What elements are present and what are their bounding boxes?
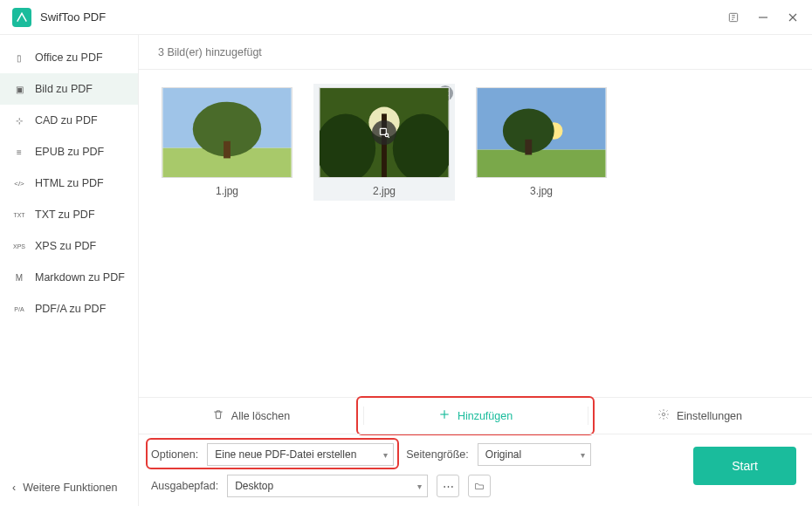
thumbnail-label: 2.jpg xyxy=(373,185,396,197)
sidebar-item-html[interactable]: </>HTML zu PDF xyxy=(0,168,138,199)
thumbnail-gallery: 1.jpg ✕ 2.jpg 3.jpg xyxy=(139,70,812,397)
sidebar-item-office[interactable]: ▯Office zu PDF xyxy=(0,42,138,73)
output-path-select[interactable]: Desktop xyxy=(227,475,428,497)
plus-icon xyxy=(438,408,451,423)
add-button[interactable]: Hinzufügen xyxy=(363,398,588,434)
thumbnail-item[interactable]: 1.jpg xyxy=(156,84,298,201)
page-size-label: Seitengröße: xyxy=(406,448,469,461)
xps-icon: XPS xyxy=(12,240,26,252)
delete-all-button[interactable]: Alle löschen xyxy=(139,398,363,434)
sidebar-item-label: Office zu PDF xyxy=(35,51,103,64)
app-title: SwifToo PDF xyxy=(40,10,106,24)
svg-rect-18 xyxy=(477,150,605,177)
titlebar: SwifToo PDF xyxy=(0,0,812,35)
sidebar-item-label: HTML zu PDF xyxy=(35,177,104,189)
sidebar-item-label: Bild zu PDF xyxy=(35,83,93,95)
thumbnail-image xyxy=(319,87,450,178)
sidebar-item-pdfa[interactable]: P/APDF/A zu PDF xyxy=(0,293,138,325)
more-path-button[interactable]: ⋯ xyxy=(437,475,459,497)
page-size-select[interactable]: Original xyxy=(478,443,591,466)
sidebar-item-label: XPS zu PDF xyxy=(35,240,96,252)
markdown-icon: M xyxy=(12,271,26,284)
thumbnail-item[interactable]: ✕ 2.jpg xyxy=(313,84,455,201)
thumbnail-image xyxy=(476,87,607,178)
output-path-label: Ausgabepfad: xyxy=(151,480,218,492)
sidebar-item-image[interactable]: ▣Bild zu PDF xyxy=(0,73,138,105)
sidebar-item-label: EPUB zu PDF xyxy=(35,146,104,158)
start-button[interactable]: Start xyxy=(693,447,796,485)
svg-point-23 xyxy=(662,413,665,416)
sidebar-item-xps[interactable]: XPSXPS zu PDF xyxy=(0,230,138,262)
options-label: Optionen: xyxy=(151,448,198,461)
image-icon: ▣ xyxy=(12,83,26,95)
epub-icon: ≡ xyxy=(12,146,26,158)
main-panel: 3 Bild(er) hinzugefügt 1.jpg ✕ 2.jpg xyxy=(138,35,812,506)
sidebar-item-label: Markdown zu PDF xyxy=(35,271,125,284)
bottom-panel: Optionen: Eine neue PDF-Datei erstellen … xyxy=(139,434,812,506)
sidebar-item-label: PDF/A zu PDF xyxy=(35,303,106,315)
settings-button[interactable]: Einstellungen xyxy=(588,398,812,434)
thumbnail-label: 3.jpg xyxy=(530,185,553,197)
doc-icon: ▯ xyxy=(12,51,26,64)
svg-rect-7 xyxy=(224,141,231,159)
sidebar: ▯Office zu PDF ▣Bild zu PDF ⊹CAD zu PDF … xyxy=(0,35,138,506)
minimize-button[interactable] xyxy=(756,10,770,24)
delete-all-label: Alle löschen xyxy=(231,410,290,422)
thumbnail-image xyxy=(162,87,292,178)
add-label: Hinzufügen xyxy=(458,410,513,422)
gear-icon xyxy=(657,408,670,423)
options-select[interactable]: Eine neue PDF-Datei erstellen xyxy=(207,443,394,466)
svg-rect-20 xyxy=(525,140,532,155)
sidebar-item-txt[interactable]: TXTTXT zu PDF xyxy=(0,199,138,230)
open-folder-button[interactable] xyxy=(468,475,491,497)
close-button[interactable] xyxy=(786,10,800,24)
pdfa-icon: P/A xyxy=(12,303,26,315)
thumbnail-item[interactable]: 3.jpg xyxy=(471,84,612,201)
more-functions-label: Weitere Funktionen xyxy=(23,482,117,494)
html-icon: </> xyxy=(12,177,26,189)
sidebar-item-cad[interactable]: ⊹CAD zu PDF xyxy=(0,105,138,136)
sidebar-item-label: CAD zu PDF xyxy=(35,114,98,126)
settings-label: Einstellungen xyxy=(677,410,742,422)
preview-button[interactable] xyxy=(372,120,396,145)
svg-line-15 xyxy=(388,136,389,138)
app-logo-icon xyxy=(12,8,31,27)
sidebar-item-label: TXT zu PDF xyxy=(35,209,95,221)
trash-icon xyxy=(212,408,224,423)
cad-icon: ⊹ xyxy=(12,114,26,126)
sidebar-item-epub[interactable]: ≡EPUB zu PDF xyxy=(0,136,138,168)
action-row: Alle löschen Hinzufügen Einstellungen xyxy=(139,397,812,434)
sidebar-item-markdown[interactable]: MMarkdown zu PDF xyxy=(0,262,138,293)
window-settings-icon[interactable] xyxy=(726,10,740,24)
status-text: 3 Bild(er) hinzugefügt xyxy=(139,35,812,70)
txt-icon: TXT xyxy=(12,209,26,221)
chevron-left-icon: ‹ xyxy=(12,482,16,494)
thumbnail-label: 1.jpg xyxy=(216,185,238,197)
more-functions-link[interactable]: ‹ Weitere Funktionen xyxy=(12,482,117,494)
